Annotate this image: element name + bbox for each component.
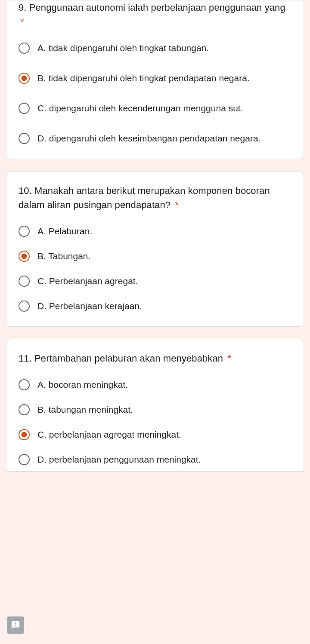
radio-icon <box>19 133 30 144</box>
option-label: B. Tabungan. <box>37 250 90 262</box>
option-label: C. dipengaruhi oleh kecenderungan menggu… <box>37 102 243 114</box>
radio-icon <box>19 301 30 312</box>
options-group: A. bocoran meningkat. B. tabungan mening… <box>19 377 291 467</box>
option-label: D. Perbelanjaan kerajaan. <box>37 300 142 312</box>
question-text: 11. Pertambahan pelaburan akan menyebabk… <box>19 353 223 364</box>
question-title: 11. Pertambahan pelaburan akan menyebabk… <box>19 351 291 365</box>
question-text: 10. Manakah antara berikut merupakan kom… <box>19 185 270 210</box>
option-a[interactable]: A. Pelaburan. <box>19 224 291 239</box>
options-group: A. Pelaburan. B. Tabungan. C. Perbelanja… <box>19 224 291 313</box>
options-group: A. tidak dipengaruhi oleh tingkat tabung… <box>19 41 291 146</box>
radio-icon <box>19 404 30 415</box>
option-label: D. perbelanjaan penggunaan meningkat. <box>37 453 201 466</box>
required-indicator: * <box>20 16 24 27</box>
option-label: A. tidak dipengaruhi oleh tingkat tabung… <box>37 42 209 54</box>
option-b[interactable]: B. tidak dipengaruhi oleh tingkat pendap… <box>19 71 291 86</box>
radio-icon <box>19 379 30 390</box>
required-indicator: * <box>175 199 179 210</box>
option-label: B. tabungan meningkat. <box>37 403 133 416</box>
option-b[interactable]: B. Tabungan. <box>19 249 291 264</box>
option-label: C. Perbelanjaan agregat. <box>37 275 138 287</box>
option-c[interactable]: C. dipengaruhi oleh kecenderungan menggu… <box>19 101 291 116</box>
option-a[interactable]: A. tidak dipengaruhi oleh tingkat tabung… <box>19 41 291 55</box>
option-a[interactable]: A. bocoran meningkat. <box>19 377 291 392</box>
radio-icon <box>19 429 30 440</box>
radio-icon <box>19 454 30 465</box>
radio-icon <box>19 103 30 114</box>
option-c[interactable]: C. Perbelanjaan agregat. <box>19 274 291 288</box>
option-c[interactable]: C. perbelanjaan agregat meningkat. <box>19 427 291 442</box>
question-title: 9. Penggunaan autonomi ialah perbelanjaa… <box>19 0 291 29</box>
radio-icon <box>19 73 30 84</box>
radio-icon <box>19 226 30 237</box>
option-label: A. Pelaburan. <box>37 225 92 237</box>
question-card-10: 10. Manakah antara berikut merupakan kom… <box>6 171 304 327</box>
radio-icon <box>19 251 30 262</box>
required-indicator: * <box>227 353 231 364</box>
option-label: A. bocoran meningkat. <box>37 378 128 391</box>
question-card-11: 11. Pertambahan pelaburan akan menyebabk… <box>6 339 304 472</box>
option-label: B. tidak dipengaruhi oleh tingkat pendap… <box>37 72 250 84</box>
question-card-9: 9. Penggunaan autonomi ialah perbelanjaa… <box>6 0 304 159</box>
option-d[interactable]: D. Perbelanjaan kerajaan. <box>19 299 291 313</box>
option-label: C. perbelanjaan agregat meningkat. <box>37 428 181 441</box>
option-d[interactable]: D. perbelanjaan penggunaan meningkat. <box>19 452 291 467</box>
option-b[interactable]: B. tabungan meningkat. <box>19 402 291 417</box>
radio-icon <box>19 43 30 54</box>
question-title: 10. Manakah antara berikut merupakan kom… <box>19 184 291 212</box>
option-d[interactable]: D. dipengaruhi oleh keseimbangan pendapa… <box>19 131 291 146</box>
option-label: D. dipengaruhi oleh keseimbangan pendapa… <box>37 132 260 144</box>
radio-icon <box>19 276 30 287</box>
question-text: 9. Penggunaan autonomi ialah perbelanjaa… <box>19 2 285 13</box>
